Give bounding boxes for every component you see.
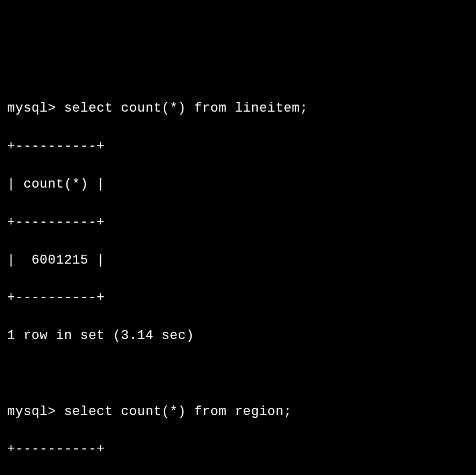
terminal-output: mysql> select count(*) from lineitem; +-… bbox=[7, 81, 469, 475]
table-border: +----------+ bbox=[7, 289, 469, 308]
sql-command: select count(*) from region; bbox=[64, 404, 292, 419]
mysql-prompt: mysql> bbox=[7, 101, 56, 116]
table-header: | count(*) | bbox=[7, 175, 469, 194]
blank-line bbox=[7, 365, 469, 384]
table-border: +----------+ bbox=[7, 440, 469, 459]
table-border: +----------+ bbox=[7, 137, 469, 156]
query-line: mysql> select count(*) from region; bbox=[7, 403, 469, 422]
query-summary: 1 row in set (3.14 sec) bbox=[7, 327, 469, 346]
table-border: +----------+ bbox=[7, 213, 469, 232]
mysql-prompt: mysql> bbox=[7, 404, 56, 419]
sql-command: select count(*) from lineitem; bbox=[64, 101, 308, 116]
query-line: mysql> select count(*) from lineitem; bbox=[7, 99, 469, 118]
table-row: | 6001215 | bbox=[7, 251, 469, 270]
